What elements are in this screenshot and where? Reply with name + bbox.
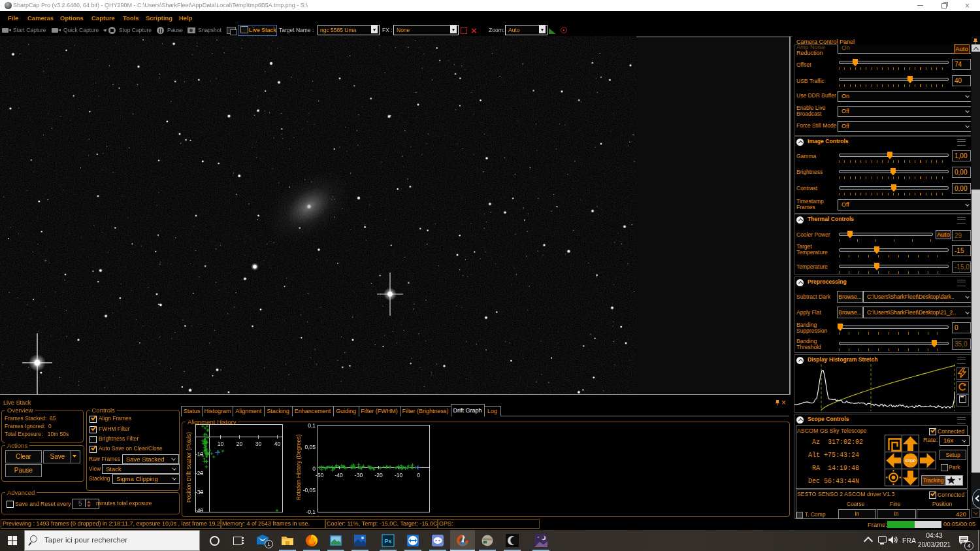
svg-text:20: 20	[237, 441, 243, 447]
svg-text:-20: -20	[195, 470, 204, 476]
svg-text:-30: -30	[195, 489, 204, 495]
svg-text:STOP: STOP	[905, 459, 915, 463]
svg-text:-40: -40	[195, 507, 204, 512]
svg-text:Ps: Ps	[384, 538, 391, 544]
svg-text:10: 10	[218, 441, 224, 447]
svg-text:30: 30	[255, 441, 262, 447]
svg-text:40: 40	[274, 441, 281, 447]
